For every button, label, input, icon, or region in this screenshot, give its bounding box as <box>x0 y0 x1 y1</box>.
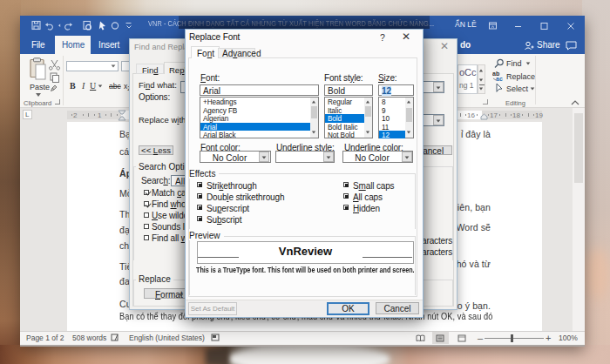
svg-text:ac: ac <box>496 76 503 81</box>
